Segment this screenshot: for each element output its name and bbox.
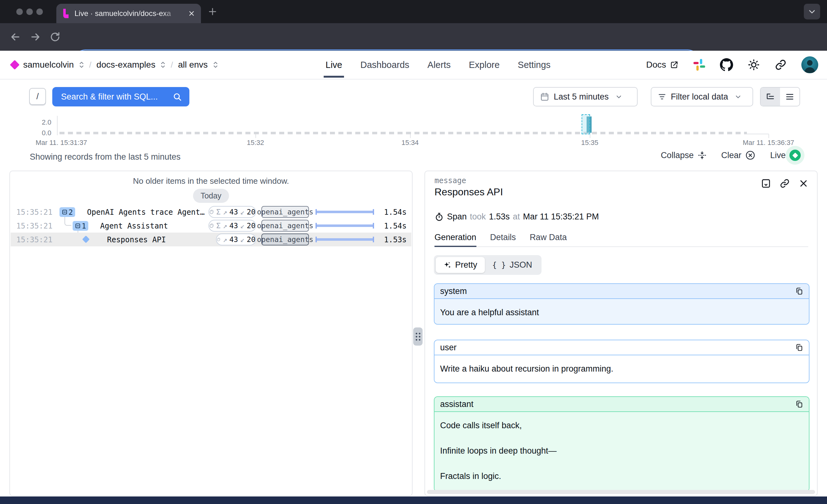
user-avatar[interactable] [801,56,818,73]
collapse-label: Collapse [661,151,694,160]
github-icon[interactable] [720,58,733,71]
docs-link[interactable]: Docs [646,60,679,70]
role-label: user [440,343,457,352]
forward-icon[interactable] [30,31,41,43]
tab-settings[interactable]: Settings [518,60,550,70]
copy-icon[interactable] [795,287,803,295]
theme-toggle-sun-icon[interactable] [747,58,760,71]
tree-view-toggle[interactable] [761,88,780,106]
filter-local-data-dropdown[interactable]: Filter local data [651,87,753,106]
close-panel-icon[interactable] [798,178,809,189]
row-timestamp: 15:35:21 [16,236,53,244]
at-word: at [513,212,520,222]
copy-link-icon[interactable] [779,178,790,189]
tokens-in: 43 [230,222,238,230]
slack-icon[interactable] [693,58,706,71]
trace-row-agent-assistant[interactable]: 15:35:21 1 Agent Assistant Σ ↗43 ↙20 ope… [11,219,411,233]
env-selector-chevron-icon[interactable] [213,61,218,69]
tab-generation[interactable]: Generation [434,233,476,247]
list-view-toggle[interactable] [780,88,799,106]
braces-icon: { } [492,261,506,269]
scope-tag[interactable]: openai_agents [261,234,309,245]
duration-value: 1.54s [384,208,406,217]
token-usage-pill: Σ ↗43 ↙20 [208,220,256,232]
span-detail-panel: message Responses API Span took 1.53s at… [425,170,818,496]
traffic-light-close[interactable] [16,8,23,15]
clear-label: Clear [721,151,741,160]
calendar-icon [540,92,549,101]
collapse-span-badge[interactable]: 1 [72,221,88,231]
breadcrumb-separator: / [171,60,173,70]
live-toggle[interactable]: Live [770,150,801,161]
search-filter-button[interactable]: Search & filter with SQL... [52,87,189,106]
tab-alerts[interactable]: Alerts [428,60,451,70]
collapse-button[interactable]: Collapse [661,151,707,160]
collapse-span-badge[interactable]: 2 [59,207,75,217]
x-tick [255,134,256,138]
org-selector-chevron-icon[interactable] [79,61,84,69]
span-timing-line: Span took 1.53s at Mar 11 15:35:21 PM [434,212,599,222]
live-indicator-icon [789,150,801,161]
tab-close-icon[interactable] [188,10,195,17]
empty-window-notice: No older items in the selected time wind… [10,176,412,186]
breadcrumb-org[interactable]: samuelcolvin [23,60,74,70]
haiku-line: Code calls itself back, [440,421,803,431]
project-selector-chevron-icon[interactable] [160,61,165,69]
scope-tag[interactable]: openai_agents [261,206,309,218]
tab-overview-chevron-icon[interactable] [804,4,820,19]
tab-live[interactable]: Live [326,60,342,70]
reload-icon[interactable] [49,31,61,43]
records-summary: Showing records from the last 5 minutes [30,152,181,162]
horizontal-scrollbar[interactable] [427,490,815,494]
copy-icon[interactable] [795,400,803,408]
share-link-icon[interactable] [774,58,787,71]
today-chip[interactable]: Today [193,189,229,203]
pretty-label: Pretty [455,260,477,270]
tab-explore[interactable]: Explore [469,60,499,70]
copy-icon[interactable] [795,343,803,352]
logfire-favicon-icon [62,9,70,18]
scope-tag[interactable]: openai_agents [261,220,309,232]
dock-panel-icon[interactable] [761,178,771,189]
row-timestamp: 15:35:21 [16,222,53,231]
new-tab-icon[interactable] [208,7,217,16]
time-range-dropdown[interactable]: Last 5 minutes [533,87,638,106]
tokens-in-arrow-icon: ↗ [223,236,227,244]
pretty-toggle[interactable]: Pretty [436,257,485,273]
duration-bar [315,209,374,215]
panel-resize-handle[interactable] [413,327,423,346]
tab-raw-data[interactable]: Raw Data [530,233,567,246]
live-label: Live [770,151,786,160]
back-icon[interactable] [9,31,21,43]
trace-row-openai-agents-trace[interactable]: 15:35:21 2 OpenAI Agents trace Agent… Σ … [11,205,411,219]
slash-shortcut-key[interactable]: / [29,88,46,105]
tab-dashboards[interactable]: Dashboards [360,60,409,70]
tokens-out: 20 [247,222,255,230]
x-tick [590,134,590,138]
filter-local-data-value: Filter local data [671,92,728,102]
breadcrumb-env[interactable]: all envs [178,60,208,70]
tab-details[interactable]: Details [490,233,516,246]
token-usage-pill: Σ ↗43 ↙20 [208,206,256,218]
status-actions: Collapse Clear Live [661,150,801,161]
trace-row-responses-api-selected[interactable]: 15:35:21 Responses API ↗43 ↙20 openai_ag… [11,233,411,246]
x-tick-label: 15:34 [401,139,419,147]
sigma-icon: Σ [216,208,221,216]
span-kind-label: message [434,176,466,185]
json-toggle[interactable]: { } JSON [485,257,540,273]
y-tick-label: 2.0 [37,118,51,127]
browser-tab[interactable]: Live · samuelcolvin/docs-exa [56,4,201,23]
browser-window: Live · samuelcolvin/docs-exa logfire.pyd… [0,0,827,504]
clear-button[interactable]: Clear [721,150,756,161]
search-placeholder: Search & filter with SQL... [61,92,167,102]
header-actions: Docs [646,51,818,79]
span-name: OpenAI Agents trace Agent… [87,208,205,217]
traffic-light-minimize[interactable] [26,8,33,15]
breadcrumb-project[interactable]: docs-examples [96,60,155,70]
main-nav: Live Dashboards Alerts Explore Settings [326,51,550,79]
tokens-out: 20 [247,208,255,216]
render-mode-toggle: Pretty { } JSON [434,255,541,275]
duration-bar [315,237,374,242]
traffic-light-zoom[interactable] [36,8,43,15]
docs-label: Docs [646,60,666,70]
